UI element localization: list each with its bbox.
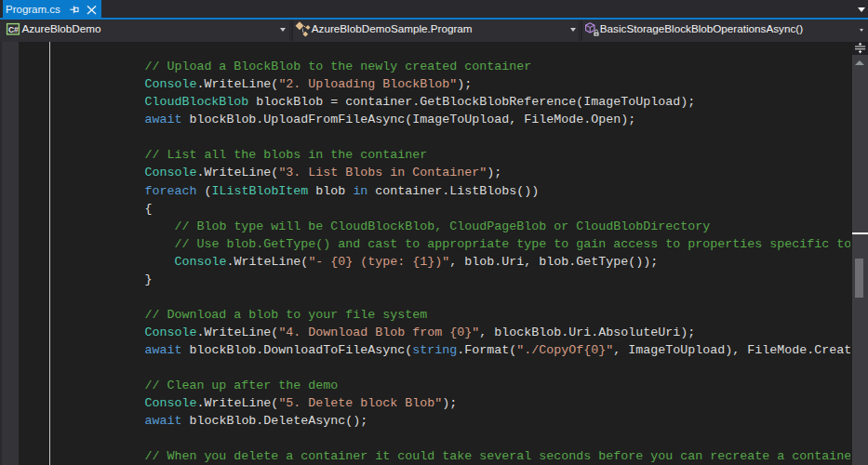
svg-text:C#: C# xyxy=(8,25,19,34)
